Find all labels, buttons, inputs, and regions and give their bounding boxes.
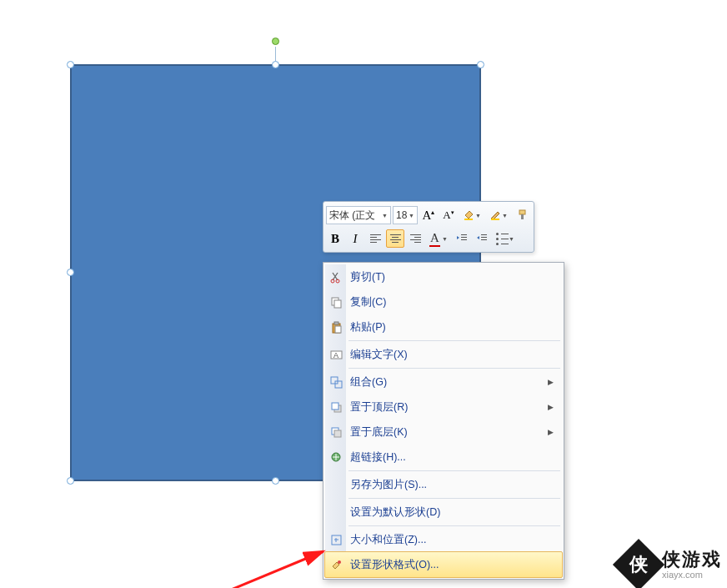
watermark-en: xiayx.com <box>662 570 722 580</box>
chevron-down-icon: ▼ <box>502 213 508 219</box>
brush-icon <box>516 209 528 223</box>
copy-icon <box>329 295 343 309</box>
menu-edit-text-label: 编辑文字(X) <box>350 348 562 362</box>
resize-handle-w[interactable] <box>67 269 74 276</box>
menu-send-back-label: 置于底层(K) <box>350 425 548 440</box>
font-name-value: 宋体 (正文 <box>329 209 375 223</box>
menu-cut-label: 剪切(T) <box>350 270 562 284</box>
submenu-arrow-icon: ▶ <box>548 378 554 386</box>
font-name-combo[interactable]: 宋体 (正文 ▼ <box>326 206 391 224</box>
svg-rect-15 <box>334 322 338 324</box>
chevron-down-icon: ▼ <box>475 213 481 219</box>
italic-button[interactable]: I <box>346 229 364 248</box>
menu-separator <box>348 340 560 341</box>
svg-text:A: A <box>333 351 338 359</box>
menu-bring-front-label: 置于顶层(R) <box>350 400 548 415</box>
chevron-down-icon: ▼ <box>409 213 414 219</box>
align-center-button[interactable] <box>386 229 404 248</box>
menu-paste[interactable]: 粘贴(P) <box>325 314 562 339</box>
resize-handle-nw[interactable] <box>67 61 74 68</box>
submenu-arrow-icon: ▶ <box>548 403 554 411</box>
watermark-cn: 侠游戏 <box>662 550 722 570</box>
svg-rect-3 <box>521 214 524 219</box>
chevron-down-icon: ▼ <box>509 236 514 242</box>
menu-separator <box>348 525 560 526</box>
resize-handle-ne[interactable] <box>477 61 484 68</box>
resize-handle-n[interactable] <box>272 61 279 68</box>
menu-save-as-picture[interactable]: 另存为图片(S)... <box>325 472 562 497</box>
group-icon <box>329 375 343 389</box>
menu-copy[interactable]: 复制(C) <box>325 289 562 314</box>
menu-size-position-label: 大小和位置(Z)... <box>350 533 562 547</box>
font-color-button[interactable]: A ▼ <box>426 229 451 248</box>
format-painter-button[interactable] <box>513 206 531 224</box>
menu-group[interactable]: 组合(G) ▶ <box>325 369 562 395</box>
menu-separator <box>348 498 560 499</box>
menu-separator <box>348 470 560 471</box>
shape-fill-button[interactable]: ▼ <box>459 206 484 224</box>
shrink-font-button[interactable]: A▾ <box>439 206 458 224</box>
font-size-combo[interactable]: 18 ▼ <box>393 206 418 224</box>
font-color-icon: A <box>429 231 440 247</box>
pen-icon <box>489 209 501 223</box>
svg-rect-1 <box>491 219 499 220</box>
paste-icon <box>329 320 343 334</box>
cut-icon <box>329 270 343 284</box>
svg-rect-22 <box>332 403 338 410</box>
send-back-icon <box>329 425 343 439</box>
menu-send-back[interactable]: 置于底层(K) ▶ <box>325 420 562 445</box>
chevron-down-icon: ▼ <box>442 236 448 242</box>
decrease-indent-icon <box>456 233 468 245</box>
svg-rect-16 <box>335 326 341 333</box>
decrease-indent-button[interactable] <box>453 229 471 248</box>
menu-set-default-shape-label: 设置为默认形状(D) <box>350 505 562 520</box>
menu-separator <box>348 368 560 369</box>
svg-rect-4 <box>461 234 467 235</box>
menu-bring-front[interactable]: 置于顶层(R) ▶ <box>325 395 562 420</box>
svg-rect-0 <box>464 219 473 220</box>
resize-handle-sw[interactable] <box>67 477 74 485</box>
resize-handle-s[interactable] <box>272 477 279 485</box>
menu-set-default-shape[interactable]: 设置为默认形状(D) <box>325 500 562 525</box>
menu-hyperlink-label: 超链接(H)... <box>350 450 562 465</box>
shape-outline-button[interactable]: ▼ <box>486 206 511 224</box>
svg-rect-9 <box>481 239 487 240</box>
edit-text-icon: A <box>329 348 343 361</box>
bold-button[interactable]: B <box>326 229 344 248</box>
chevron-down-icon: ▼ <box>382 213 388 219</box>
size-position-icon <box>329 533 343 546</box>
grow-font-button[interactable]: A▴ <box>419 206 438 224</box>
increase-indent-button[interactable] <box>473 229 491 248</box>
svg-rect-19 <box>331 377 338 384</box>
svg-rect-24 <box>334 430 341 437</box>
rotation-handle[interactable] <box>272 38 279 45</box>
menu-cut[interactable]: 剪切(T) <box>325 264 562 289</box>
svg-rect-2 <box>519 210 525 214</box>
align-left-button[interactable] <box>366 229 384 248</box>
menu-format-shape-label: 设置形状格式(O)... <box>350 558 562 572</box>
align-right-button[interactable] <box>406 229 424 248</box>
menu-hyperlink[interactable]: 超链接(H)... <box>325 445 562 470</box>
submenu-arrow-icon: ▶ <box>548 428 554 436</box>
increase-indent-icon <box>476 233 488 245</box>
menu-size-position[interactable]: 大小和位置(Z)... <box>325 527 562 552</box>
menu-paste-label: 粘贴(P) <box>350 320 562 334</box>
menu-format-shape[interactable]: 设置形状格式(O)... <box>324 551 563 578</box>
bring-front-icon <box>329 400 343 414</box>
svg-rect-5 <box>461 237 467 238</box>
svg-rect-20 <box>335 381 342 388</box>
align-right-icon <box>410 234 421 243</box>
svg-rect-7 <box>481 234 487 235</box>
svg-rect-6 <box>461 239 467 240</box>
menu-group-label: 组合(G) <box>350 375 548 389</box>
bullets-button[interactable]: ▼ <box>493 229 518 248</box>
context-menu: 剪切(T) 复制(C) 粘贴(P) A 编辑文字(X) 组合(G) ▶ 置于顶层… <box>323 262 564 580</box>
svg-rect-8 <box>481 237 487 238</box>
svg-line-28 <box>225 551 323 588</box>
font-size-value: 18 <box>396 209 407 221</box>
bullets-icon <box>496 233 509 245</box>
mini-toolbar: 宋体 (正文 ▼ 18 ▼ A▴ A▾ ▼ ▼ B I <box>323 201 534 253</box>
hyperlink-icon <box>329 450 343 464</box>
svg-rect-13 <box>334 300 341 308</box>
menu-edit-text[interactable]: A 编辑文字(X) <box>325 342 562 367</box>
